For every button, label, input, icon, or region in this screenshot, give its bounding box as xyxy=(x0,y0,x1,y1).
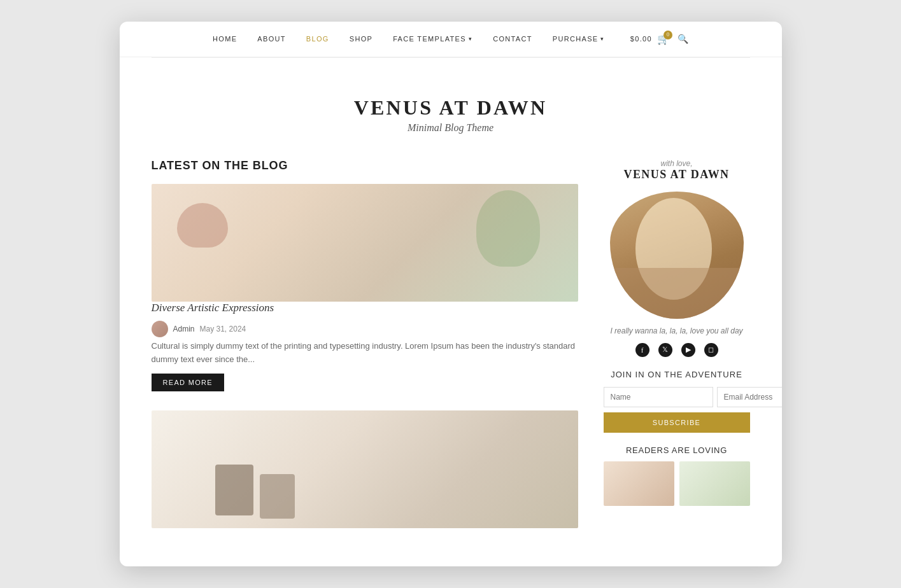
subscribe-button[interactable]: SUBSCRIBE xyxy=(604,412,750,433)
subscribe-form: SUBSCRIBE xyxy=(604,387,750,433)
nav-about[interactable]: AbouT xyxy=(257,35,286,43)
cart-icon-wrap[interactable]: 🛒 0 xyxy=(657,33,670,45)
post-1-excerpt: Cultural is simply dummy text of the pri… xyxy=(152,340,578,367)
sidebar-quote: I really wanna la, la, la, love you all … xyxy=(604,326,750,335)
cart-price: $0.00 xyxy=(630,35,652,43)
site-subtitle: Minimal Blog Theme xyxy=(132,122,769,134)
sidebar: with love, VENUS AT DAWN I really wanna … xyxy=(604,159,750,548)
nav-contact[interactable]: CONTACT xyxy=(493,35,532,43)
subscribe-inputs xyxy=(604,387,750,407)
page-templates-chevron-icon: ▾ xyxy=(469,36,472,42)
youtube-icon[interactable]: ▶ xyxy=(681,343,695,357)
nav-page-templates[interactable]: FACE TEMPLATES ▾ xyxy=(393,35,472,43)
post-1-meta: Admin May 31, 2024 xyxy=(152,321,578,337)
cart-badge: 0 xyxy=(663,31,672,39)
search-icon[interactable]: 🔍 xyxy=(678,34,688,45)
twitter-icon[interactable]: 𝕏 xyxy=(658,343,672,357)
blog-post-image-2 xyxy=(152,410,578,528)
blog-post-image-1 xyxy=(152,184,578,302)
reader-thumb-2[interactable] xyxy=(679,461,750,506)
with-love-text: with love, xyxy=(604,159,750,168)
sidebar-portrait xyxy=(610,192,744,319)
join-title: JOIN IN ON THE adventure xyxy=(604,370,750,379)
post-1-avatar xyxy=(152,321,168,337)
blog-section-title: LATEST ON THE BLOG xyxy=(152,159,578,172)
blog-section: LATEST ON THE BLOG Diverse Artistic Expr… xyxy=(152,159,578,548)
nav-cart-area: $0.00 🛒 0 🔍 xyxy=(630,33,688,45)
email-input[interactable] xyxy=(717,387,782,407)
post-1-date: May 31, 2024 xyxy=(200,325,246,333)
post-1-author: Admin xyxy=(173,325,195,333)
sidebar-site-name: VENUS AT DAWN xyxy=(604,168,750,181)
social-icons: f 𝕏 ▶ ◻ xyxy=(604,343,750,357)
name-input[interactable] xyxy=(604,387,713,407)
post-1-title[interactable]: Diverse Artistic Expressions xyxy=(152,302,578,314)
browser-window: HOME AbouT BLOG SHOP FACE TEMPLATES ▾ CO… xyxy=(120,22,782,567)
sidebar-with-love: with love, VENUS AT DAWN xyxy=(604,159,750,181)
instagram-icon[interactable]: ◻ xyxy=(704,343,718,357)
nav-divider xyxy=(152,57,750,58)
read-more-button-1[interactable]: READ MORE xyxy=(152,374,225,391)
navigation: HOME AbouT BLOG SHOP FACE TEMPLATES ▾ CO… xyxy=(120,22,782,57)
main-content: LATEST ON THE BLOG Diverse Artistic Expr… xyxy=(120,153,782,567)
portrait-image xyxy=(610,192,744,319)
reader-thumb-1[interactable] xyxy=(604,461,674,506)
facebook-icon[interactable]: f xyxy=(635,343,649,357)
purchase-chevron-icon: ▾ xyxy=(600,36,604,42)
nav-purchase[interactable]: PURCHASE ▾ xyxy=(553,35,605,43)
readers-title: READERS ARE loving xyxy=(604,445,750,455)
blog-card-1: Diverse Artistic Expressions Admin May 3… xyxy=(152,184,578,392)
nav-home[interactable]: HOME xyxy=(213,35,237,43)
hero-section: VENUS AT DAWN Minimal Blog Theme xyxy=(120,71,782,153)
site-title: VENUS AT DAWN xyxy=(132,96,769,120)
readers-grid xyxy=(604,461,750,506)
blog-card-2 xyxy=(152,410,578,528)
nav-shop[interactable]: SHOP xyxy=(350,35,372,43)
nav-blog[interactable]: BLOG xyxy=(306,35,329,43)
